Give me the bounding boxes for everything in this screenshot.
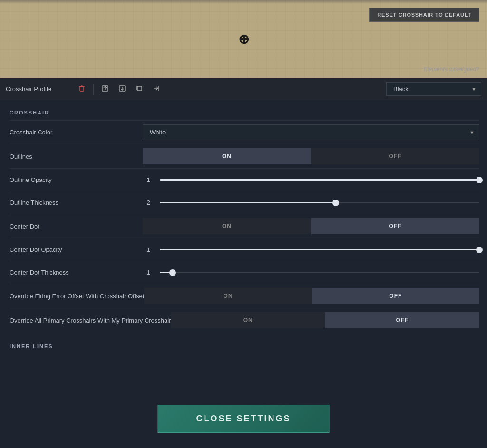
outline-opacity-value: 1	[143, 176, 154, 183]
inner-lines-section: INNER LINES	[10, 343, 479, 352]
center-dot-opacity-slider[interactable]	[160, 245, 479, 255]
center-dot-opacity-thumb[interactable]	[476, 247, 483, 253]
outlines-controls: On Off	[143, 148, 479, 164]
crosshair-color-controls: White Black Green Yellow Cyan Custom ▼	[143, 124, 479, 140]
override-primary-label: Override All Primary Crosshairs With My …	[10, 317, 171, 324]
outline-thickness-controls: 2	[143, 198, 479, 208]
svg-rect-9	[137, 86, 142, 91]
crosshair-color-label: Crosshair Color	[10, 129, 143, 136]
outline-opacity-slider[interactable]	[160, 175, 479, 185]
override-firing-error-row: Override Firing Error Offset With Crossh…	[10, 284, 479, 308]
center-dot-opacity-track	[160, 249, 479, 250]
outline-opacity-label: Outline Opacity	[10, 176, 143, 183]
center-dot-thickness-value: 1	[143, 269, 154, 276]
center-dot-thickness-row: Center Dot Thickness 1	[10, 261, 479, 284]
override-primary-on-button[interactable]: On	[171, 312, 325, 328]
elements-misaligned-text: Elements misaligned?	[424, 66, 479, 73]
crosshair-color-select[interactable]: White Black Green Yellow Cyan Custom	[143, 124, 479, 140]
outlines-row: Outlines On Off	[10, 144, 479, 168]
center-dot-on-button[interactable]: On	[143, 218, 311, 234]
center-dot-row: Center Dot On Off	[10, 214, 479, 238]
settings-panel: CROSSHAIR Crosshair Color White Black Gr…	[0, 100, 487, 448]
outline-thickness-track	[160, 202, 479, 203]
crosshair-section-header: CROSSHAIR	[10, 110, 479, 118]
center-dot-controls: On Off	[143, 218, 479, 234]
override-firing-error-label: Override Firing Error Offset With Crossh…	[10, 293, 144, 300]
outline-thickness-fill	[160, 202, 336, 203]
override-firing-error-toggle-group: On Off	[144, 288, 479, 304]
center-dot-thickness-slider[interactable]	[160, 268, 479, 277]
override-primary-toggle-group: On Off	[171, 312, 480, 328]
override-primary-row: Override All Primary Crosshairs With My …	[10, 308, 479, 332]
outlines-on-button[interactable]: On	[143, 148, 311, 164]
upload-icon	[101, 85, 109, 94]
center-dot-opacity-controls: 1	[143, 245, 479, 255]
center-dot-toggle-group: On Off	[143, 218, 479, 234]
crosshair-color-select-wrapper[interactable]: White Black Green Yellow Cyan Custom ▼	[143, 124, 479, 140]
outline-thickness-label: Outline Thickness	[10, 199, 143, 206]
override-firing-error-controls: On Off	[144, 288, 479, 304]
center-dot-off-button[interactable]: Off	[311, 218, 479, 234]
outline-opacity-controls: 1	[143, 175, 479, 185]
svg-rect-0	[80, 87, 84, 91]
outlines-toggle-group: On Off	[143, 148, 479, 164]
outlines-off-button[interactable]: Off	[311, 148, 479, 164]
center-dot-thickness-thumb[interactable]	[169, 269, 176, 276]
outline-opacity-row: Outline Opacity 1	[10, 168, 479, 191]
override-firing-error-on-button[interactable]: On	[144, 288, 312, 304]
reset-crosshair-button[interactable]: RESET CROSSHAIR TO DEFAULT	[369, 8, 479, 22]
outline-thickness-slider[interactable]	[160, 198, 479, 208]
download-icon	[118, 85, 126, 94]
center-dot-label: Center Dot	[10, 223, 143, 230]
outline-opacity-fill	[160, 179, 479, 181]
outline-opacity-thumb[interactable]	[476, 177, 483, 183]
override-firing-error-off-button[interactable]: Off	[312, 288, 479, 304]
download-profile-button[interactable]	[116, 83, 129, 95]
center-dot-opacity-label: Center Dot Opacity	[10, 246, 143, 253]
outline-thickness-thumb[interactable]	[332, 200, 339, 206]
delete-profile-button[interactable]	[75, 83, 88, 95]
center-dot-thickness-track	[160, 272, 479, 273]
inner-lines-section-header: INNER LINES	[10, 343, 479, 352]
import-profile-button[interactable]	[150, 83, 163, 95]
profile-select[interactable]: Black White Green Custom 1	[386, 82, 481, 96]
outline-thickness-row: Outline Thickness 2	[10, 191, 479, 214]
import-icon	[153, 85, 160, 94]
copy-icon	[136, 85, 143, 94]
crosshair-preview: ⊕ RESET CROSSHAIR TO DEFAULT Elements mi…	[0, 0, 487, 78]
divider-1	[93, 84, 94, 95]
center-dot-thickness-label: Center Dot Thickness	[10, 269, 143, 276]
upload-profile-button[interactable]	[98, 83, 112, 95]
crosshair-display: ⊕	[238, 33, 249, 46]
center-dot-thickness-controls: 1	[143, 268, 479, 277]
trash-icon	[78, 85, 86, 94]
copy-profile-button[interactable]	[133, 83, 146, 95]
override-primary-off-button[interactable]: Off	[325, 312, 479, 328]
center-dot-opacity-fill	[160, 249, 479, 250]
profile-select-wrapper[interactable]: Black White Green Custom 1 ▼	[386, 82, 481, 96]
close-settings-button[interactable]: CLOSE SETTINGS	[157, 405, 329, 433]
profile-bar: Crosshair Profile	[0, 78, 487, 100]
crosshair-color-row: Crosshair Color White Black Green Yellow…	[10, 120, 479, 144]
outlines-label: Outlines	[10, 153, 143, 160]
outline-thickness-value: 2	[143, 199, 154, 206]
outline-opacity-track	[160, 179, 479, 181]
override-primary-controls: On Off	[171, 312, 480, 328]
crosshair-profile-label: Crosshair Profile	[6, 86, 68, 93]
center-dot-opacity-row: Center Dot Opacity 1	[10, 238, 479, 261]
center-dot-opacity-value: 1	[143, 246, 154, 253]
